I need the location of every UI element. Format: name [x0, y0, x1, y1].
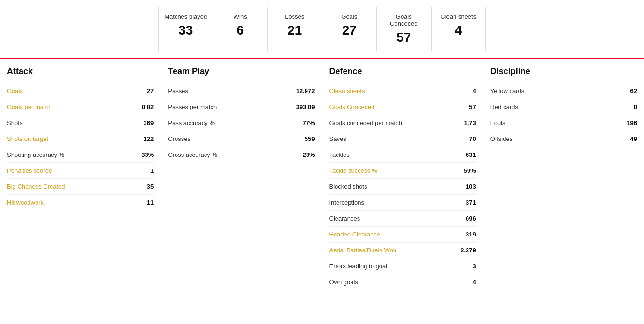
stat-row: Passes 12,972 [168, 83, 315, 99]
stat-label: Pass accuracy % [168, 119, 215, 126]
stat-row: Tackle success % 59% [329, 163, 476, 179]
summary-item-label: Goals [327, 13, 372, 20]
stat-value: 196 [627, 119, 637, 126]
stat-label: Own goals [329, 279, 358, 286]
stat-row: Fouls 196 [490, 115, 637, 131]
stat-value: 103 [466, 183, 476, 190]
stat-value: 3 [473, 263, 476, 270]
summary-item-label: Losses [272, 13, 317, 20]
stat-row: Yellow cards 62 [490, 83, 637, 99]
summary-bar: Matches played 33 Wins 6 Losses 21 Goals… [158, 7, 486, 51]
stat-value: 33% [141, 151, 154, 158]
stat-row: Goals Conceded 57 [329, 99, 476, 115]
stat-label: Shots on target [7, 135, 48, 142]
stat-label: Headed Clearance [329, 231, 380, 238]
stat-label: Passes [168, 88, 188, 95]
stat-row: Aerial Battles/Duels Won 2,279 [329, 243, 476, 258]
stat-label: Blocked shots [329, 183, 367, 190]
stat-row: Saves 70 [329, 131, 476, 147]
stat-label: Crosses [168, 135, 190, 142]
stat-row: Shooting accuracy % 33% [7, 147, 154, 163]
summary-item-value: 4 [436, 23, 481, 38]
stat-value: 369 [144, 119, 154, 126]
stat-row: Blocked shots 103 [329, 179, 476, 195]
stat-label: Tackles [329, 151, 350, 158]
stat-label: Offsides [490, 135, 512, 142]
stat-label: Red cards [490, 103, 518, 110]
stat-row: Cross accuracy % 23% [168, 147, 315, 162]
stat-row: Big Chances Created 35 [7, 179, 154, 195]
summary-item-value: 33 [163, 23, 208, 38]
stat-value: 393.09 [296, 103, 315, 110]
summary-item-label: Goals Conceded [381, 13, 426, 27]
stat-label: Hit woodwork [7, 199, 44, 206]
stat-value: 23% [302, 151, 315, 158]
stat-value: 1 [150, 167, 154, 174]
stat-value: 77% [302, 119, 315, 126]
defence-stats-list: Clean sheets 4 Goals Conceded 57 Goals c… [329, 83, 476, 290]
stat-row: Offsides 49 [490, 131, 637, 147]
summary-item-value: 57 [381, 30, 426, 45]
stat-row: Red cards 0 [490, 99, 637, 115]
stat-label: Saves [329, 135, 346, 142]
summary-item: Losses 21 [268, 7, 322, 51]
stat-label: Goals Conceded [329, 103, 375, 110]
stat-value: 62 [630, 88, 637, 95]
stat-row: Shots 369 [7, 115, 154, 131]
summary-item: Goals Conceded 57 [377, 7, 432, 51]
stat-value: 27 [147, 88, 154, 95]
stat-row: Crosses 559 [168, 131, 315, 147]
attack-title: Attack [7, 66, 154, 76]
stat-label: Errors leading to goal [329, 263, 388, 270]
stat-label: Big Chances Created [7, 183, 65, 190]
stat-value: 70 [469, 135, 476, 142]
stat-label: Yellow cards [490, 88, 525, 95]
stat-label: Aerial Battles/Duels Won [329, 247, 397, 254]
stat-value: 371 [466, 199, 476, 206]
summary-item: Goals 27 [322, 7, 377, 51]
summary-item: Wins 6 [213, 7, 268, 51]
summary-item: Clean sheets 4 [432, 7, 486, 51]
summary-item: Matches played 33 [159, 7, 213, 51]
stat-row: Own goals 4 [329, 274, 476, 290]
stat-label: Goals conceded per match [329, 119, 402, 126]
stat-row: Penalties scored 1 [7, 163, 154, 179]
discipline-section: Discipline Yellow cards 62 Red cards 0 F… [483, 58, 644, 297]
stat-label: Tackle success % [329, 167, 378, 174]
stat-label: Shots [7, 119, 22, 126]
stat-value: 4 [473, 88, 476, 95]
summary-item-value: 6 [218, 23, 263, 38]
defence-section: Defence Clean sheets 4 Goals Conceded 57… [322, 58, 483, 297]
stat-value: 57 [469, 103, 476, 110]
stat-label: Shooting accuracy % [7, 151, 64, 158]
summary-item-label: Matches played [163, 13, 208, 20]
summary-item-value: 27 [327, 23, 372, 38]
stat-row: Hit woodwork 11 [7, 195, 154, 210]
stat-value: 1.73 [464, 119, 476, 126]
stat-row: Goals per match 0.82 [7, 99, 154, 115]
summary-item-label: Clean sheets [436, 13, 481, 20]
stat-value: 319 [466, 231, 476, 238]
stat-row: Goals conceded per match 1.73 [329, 115, 476, 131]
stat-label: Passes per match [168, 103, 217, 110]
stat-value: 2,279 [461, 247, 476, 254]
stat-value: 559 [305, 135, 315, 142]
stat-value: 631 [466, 151, 476, 158]
stat-label: Clearances [329, 215, 360, 222]
stat-row: Passes per match 393.09 [168, 99, 315, 115]
stat-value: 4 [473, 279, 476, 286]
stat-row: Tackles 631 [329, 147, 476, 163]
stat-label: Interceptions [329, 199, 364, 206]
stat-value: 12,972 [296, 88, 315, 95]
summary-item-label: Wins [218, 13, 263, 20]
stat-value: 696 [466, 215, 476, 222]
stat-row: Interceptions 371 [329, 195, 476, 211]
stat-value: 59% [464, 167, 476, 174]
stat-row: Clearances 696 [329, 211, 476, 227]
stat-row: Pass accuracy % 77% [168, 115, 315, 131]
discipline-title: Discipline [490, 66, 637, 76]
discipline-stats-list: Yellow cards 62 Red cards 0 Fouls 196 Of… [490, 83, 637, 147]
stat-row: Clean sheets 4 [329, 83, 476, 99]
stat-value: 0.82 [142, 103, 154, 110]
stat-label: Fouls [490, 119, 505, 126]
